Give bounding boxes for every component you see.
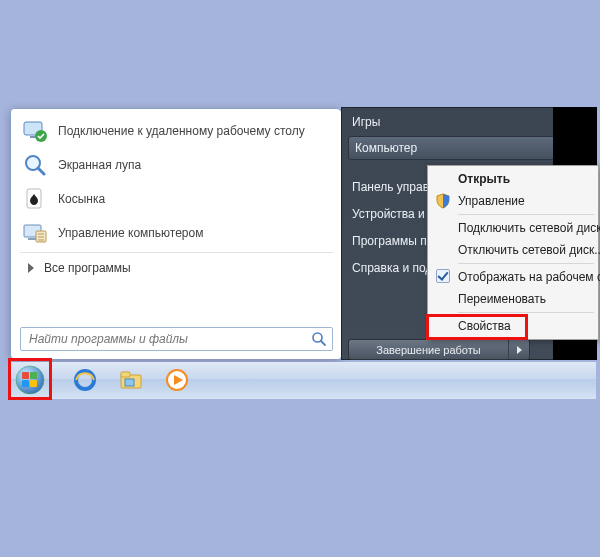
- program-label: Управление компьютером: [58, 226, 331, 240]
- search-wrap: [20, 327, 333, 351]
- ctx-label: Управление: [458, 194, 525, 208]
- computer-mgmt-icon: [22, 220, 48, 246]
- ctx-label: Свойства: [458, 319, 511, 333]
- start-menu-left-pane: Подключение к удаленному рабочему столу …: [12, 110, 341, 359]
- all-programs[interactable]: Все программы: [12, 255, 341, 283]
- shutdown-button[interactable]: Завершение работы: [349, 340, 509, 359]
- ie-icon: [72, 367, 98, 393]
- ctx-open[interactable]: Открыть: [430, 168, 596, 190]
- program-item-solitaire[interactable]: Косынка: [16, 182, 337, 216]
- separator: [20, 252, 333, 253]
- program-item-remote-desktop[interactable]: Подключение к удаленному рабочему столу: [16, 114, 337, 148]
- ctx-manage[interactable]: Управление: [430, 190, 596, 212]
- svg-line-10: [321, 341, 325, 345]
- solitaire-icon: [22, 186, 48, 212]
- shutdown-arrow[interactable]: [509, 340, 529, 359]
- right-item-label: Игры: [352, 115, 380, 129]
- ctx-label: Открыть: [458, 172, 510, 186]
- chevron-right-icon: [28, 263, 34, 273]
- search-icon: [311, 331, 327, 347]
- taskbar: [8, 362, 596, 399]
- program-list: Подключение к удаленному рабочему столу …: [12, 110, 341, 250]
- search-input[interactable]: [20, 327, 333, 351]
- program-label: Подключение к удаленному рабочему столу: [58, 124, 331, 138]
- svg-rect-15: [30, 380, 37, 387]
- separator: [458, 214, 594, 215]
- ctx-label: Отображать на рабочем столе: [458, 270, 600, 284]
- shutdown-label: Завершение работы: [376, 344, 480, 356]
- context-menu: Открыть Управление Подключить сетевой ди…: [427, 165, 599, 340]
- program-label: Экранная лупа: [58, 158, 331, 172]
- shield-icon: [435, 193, 451, 209]
- all-programs-label: Все программы: [44, 261, 131, 275]
- separator: [458, 263, 594, 264]
- taskbar-explorer[interactable]: [112, 364, 150, 396]
- media-player-icon: [164, 367, 190, 393]
- svg-rect-19: [125, 379, 134, 386]
- check-icon: [436, 269, 450, 283]
- chevron-right-icon: [517, 346, 522, 354]
- svg-rect-13: [30, 372, 37, 379]
- separator: [458, 312, 594, 313]
- svg-rect-14: [22, 380, 29, 387]
- magnifier-icon: [22, 152, 48, 178]
- ctx-label: Отключить сетевой диск...: [458, 243, 600, 257]
- ctx-properties[interactable]: Свойства: [430, 315, 596, 337]
- explorer-icon: [118, 367, 144, 393]
- svg-point-11: [16, 366, 44, 394]
- svg-rect-12: [22, 372, 29, 379]
- svg-line-4: [38, 168, 44, 174]
- ctx-label: Подключить сетевой диск...: [458, 221, 600, 235]
- ctx-label: Переименовать: [458, 292, 546, 306]
- ctx-map-drive[interactable]: Подключить сетевой диск...: [430, 217, 596, 239]
- taskbar-ie[interactable]: [66, 364, 104, 396]
- ctx-rename[interactable]: Переименовать: [430, 288, 596, 310]
- ctx-show-desktop[interactable]: Отображать на рабочем столе: [430, 266, 596, 288]
- remote-desktop-icon: [22, 118, 48, 144]
- start-menu: Подключение к удаленному рабочему столу …: [10, 108, 341, 359]
- right-item-label: Компьютер: [355, 141, 417, 155]
- ctx-disconnect-drive[interactable]: Отключить сетевой диск...: [430, 239, 596, 261]
- svg-rect-18: [121, 372, 130, 377]
- program-label: Косынка: [58, 192, 331, 206]
- start-orb-icon: [15, 365, 45, 395]
- program-item-magnifier[interactable]: Экранная лупа: [16, 148, 337, 182]
- taskbar-media-player[interactable]: [158, 364, 196, 396]
- program-item-computer-mgmt[interactable]: Управление компьютером: [16, 216, 337, 250]
- start-button[interactable]: [11, 364, 49, 396]
- shutdown-split-button[interactable]: Завершение работы: [348, 339, 530, 360]
